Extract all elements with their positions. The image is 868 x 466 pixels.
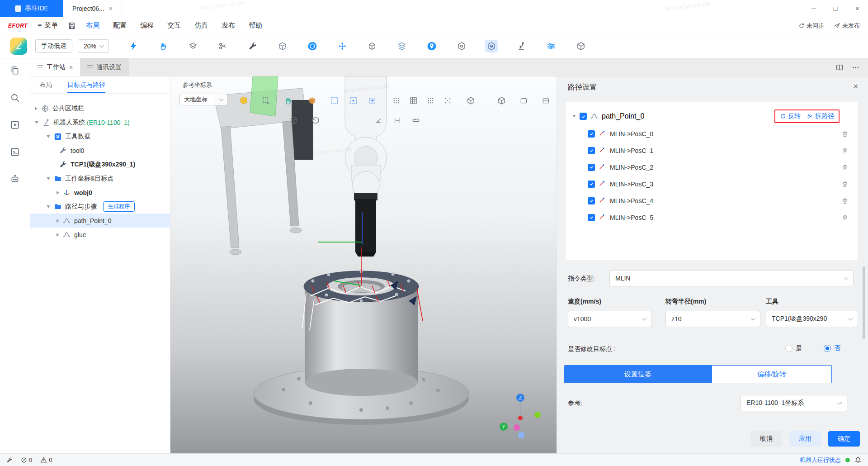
path-point-checkbox[interactable] [588,197,595,204]
tree-item-workpiece-targets[interactable]: 工件坐标&目标点 [30,171,170,185]
pan-hand-button[interactable] [282,95,294,106]
collapse-icon[interactable] [47,205,50,208]
tree-item-robot-system[interactable]: 机器人系统 (ER10-1100_1) [30,115,170,129]
reverse-path-button[interactable]: 反转 [780,112,801,120]
robot-run-status[interactable]: 机器人运行状态 [800,456,841,464]
path-point-row[interactable]: MLIN->PosC_2 [566,159,858,176]
path-point-row[interactable]: MLIN->PosC_4 [566,192,858,209]
path-point-row[interactable]: MLIN->PosC_5 [566,209,858,226]
generate-program-button[interactable]: 生成程序 [103,201,135,212]
selection-box-1-button[interactable] [328,95,340,106]
expand-icon[interactable] [57,233,59,237]
path-point-row[interactable]: MLIN->PosC_0 [566,125,858,142]
delete-path-point-button[interactable] [841,130,849,138]
radio-no[interactable]: 否 [824,344,840,352]
project-tab-close-icon[interactable]: × [109,5,113,12]
paint-button[interactable] [396,40,408,52]
expand-icon[interactable] [57,191,59,195]
location-button[interactable] [425,40,438,52]
ref-frame-select[interactable]: 大地坐标 [179,94,227,105]
panel-close-icon[interactable]: × [853,82,858,91]
menu-item-program[interactable]: 编程 [140,21,154,30]
minimize-button[interactable]: ─ [803,0,825,17]
path-group-row[interactable]: path_Point_0 反转 拆路径 [572,109,858,124]
package-button[interactable] [575,40,587,52]
grid-dots-2-button[interactable] [442,95,453,106]
workcell-button[interactable] [455,40,468,52]
radius-select[interactable]: z10 [665,311,760,327]
collapse-icon[interactable] [35,121,38,124]
drag-hand-button[interactable] [157,40,170,52]
path-point-checkbox[interactable] [588,181,595,188]
tree-item-tcp1[interactable]: TCP1(吸盘390x290_1) [30,157,170,171]
3d-viewport[interactable]: 参考坐标系 大地坐标 [170,76,557,453]
terminal-button[interactable] [8,145,22,159]
cancel-button[interactable]: 取消 [750,431,782,447]
collapse-icon[interactable] [47,177,50,180]
distance-measure-button[interactable] [392,114,403,126]
tree-item-wobj0[interactable]: wobj0 [30,185,170,200]
menu-item-layout[interactable]: 布局 [86,21,99,30]
tool-select[interactable]: TCP1(吸盘390x290 [766,311,858,327]
menu-item-config[interactable]: 配置 [113,21,127,30]
scrollbar-thumb[interactable] [863,266,865,339]
delete-path-point-button[interactable] [841,147,849,154]
orientation-gizmo[interactable]: Z Y [500,394,541,438]
tab-workstation[interactable]: 工作站 × [30,58,80,76]
add-box-button[interactable] [306,95,318,106]
speed-select[interactable]: v1000 [568,311,652,327]
confirm-button[interactable]: 确定 [828,431,860,447]
tree-item-public-area[interactable]: 公共区域栏 [30,101,170,115]
close-button[interactable]: × [846,0,868,17]
run-mode-select[interactable]: 手动低速 [35,39,72,53]
ruler-button[interactable] [410,114,422,126]
calibrate-params-button[interactable] [545,40,557,52]
part-cube-button[interactable] [366,40,378,52]
measure-cut-button[interactable] [217,40,229,52]
panel-scrollbar[interactable] [863,76,865,453]
grid-dots-1-button[interactable] [425,95,436,106]
project-tab[interactable]: Project06... × [63,0,122,17]
app-home-tab[interactable]: 墨斗IDE [0,0,63,17]
delete-path-point-button[interactable] [841,181,849,188]
path-group-checkbox[interactable] [580,113,587,120]
run-debug-button[interactable] [8,118,22,132]
expand-icon[interactable] [57,219,59,223]
menu-item-interact[interactable]: 交互 [167,21,181,30]
subtab-targets-paths[interactable]: 目标点与路径 [67,76,105,93]
workcell-selected-button[interactable] [485,40,498,52]
layers-button[interactable] [187,40,199,52]
menu-toggle-button[interactable]: ≡ 菜单 [38,21,58,30]
sync-status[interactable]: 未同步 [798,22,824,30]
robot-device-button[interactable] [8,172,22,186]
split-path-button[interactable]: 拆路径 [807,112,834,120]
cmd-type-select[interactable]: MLIN [609,270,854,286]
path-point-checkbox[interactable] [588,130,595,138]
reference-select[interactable]: ER10-1100_1坐标系 [741,395,847,411]
view-cube-yellow-button[interactable] [238,95,250,106]
3d-scene[interactable]: Z Y [170,76,557,453]
copy-files-button[interactable] [8,64,22,77]
robot-arm-button[interactable] [515,40,528,52]
path-point-row[interactable]: MLIN->PosC_3 [566,176,858,192]
notification-bell-icon[interactable] [854,456,862,464]
path-point-checkbox[interactable] [588,164,595,171]
tree-item-path-point-0[interactable]: path_Point_0 [30,214,170,228]
radio-yes[interactable]: 是 [785,344,802,352]
pattern-box-1-button[interactable] [390,95,402,106]
robot-config-button[interactable] [10,38,27,55]
delete-path-point-button[interactable] [841,164,849,171]
search-button[interactable] [8,91,22,105]
cube-c-button[interactable] [518,95,529,106]
menu-item-publish[interactable]: 发布 [222,21,235,30]
cube-f-button[interactable] [310,114,321,126]
offset-rotate-button[interactable]: 偏移/旋转 [712,365,832,383]
quick-tool-button[interactable] [6,457,13,463]
quick-run-button[interactable] [127,40,140,52]
collapse-icon[interactable] [47,135,50,138]
tab-close-icon[interactable]: × [69,64,73,71]
expand-icon[interactable] [35,107,38,110]
move-axes-button[interactable] [336,40,349,52]
frame-select-button[interactable] [260,95,272,106]
pattern-box-2-button[interactable] [407,95,419,106]
